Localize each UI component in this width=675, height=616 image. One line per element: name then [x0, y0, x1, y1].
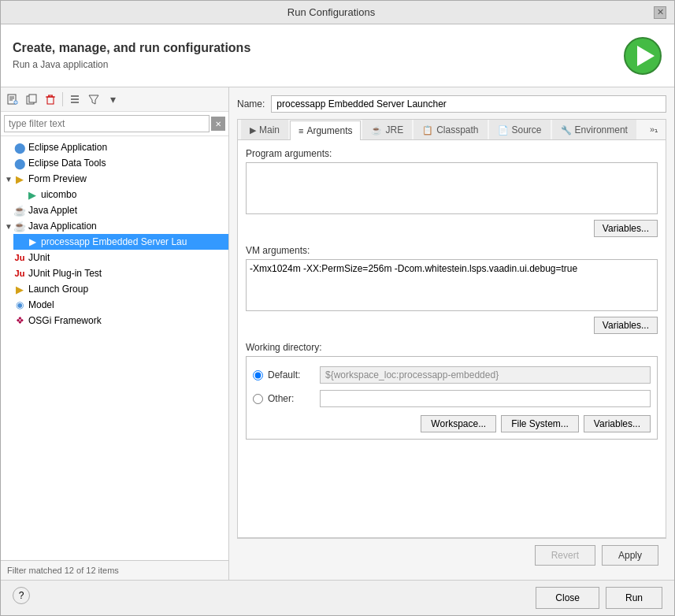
sidebar-item-eclipse-data[interactable]: ⬤ Eclipse Data Tools — [1, 155, 228, 171]
default-radio-label: Default: — [268, 369, 315, 380]
sidebar-item-osgi[interactable]: ❖ OSGi Framework — [1, 313, 228, 328]
sidebar-item-junit[interactable]: Ju JUnit — [1, 250, 228, 265]
close-icon[interactable]: ✕ — [654, 6, 666, 19]
sidebar-item-model[interactable]: ◉ Model — [1, 297, 228, 313]
sidebar: ▾ ✕ ⬤ Eclipse Application ⬤ Eclipse Data… — [1, 87, 229, 580]
arguments-tab-icon: ≡ — [299, 126, 303, 135]
sidebar-item-label: processapp Embedded Server Lau — [41, 236, 187, 247]
search-input[interactable] — [4, 115, 210, 132]
toolbar-separator — [62, 92, 63, 106]
name-input[interactable] — [271, 95, 666, 113]
no-expand-icon — [4, 300, 13, 310]
other-dir-input[interactable] — [320, 390, 651, 407]
sidebar-item-java-app[interactable]: ▼ ☕ Java Application — [1, 218, 228, 234]
sidebar-item-label: Form Preview — [28, 173, 87, 184]
tab-arguments[interactable]: ≡ Arguments — [290, 121, 361, 140]
vm-args-variables-button[interactable]: Variables... — [594, 317, 658, 334]
jre-tab-icon: ☕ — [371, 125, 382, 135]
help-button[interactable]: ? — [13, 587, 30, 604]
other-radio[interactable] — [253, 394, 263, 404]
revert-button[interactable]: Revert — [535, 545, 595, 566]
name-label: Name: — [237, 98, 265, 109]
no-expand-icon — [17, 190, 26, 199]
tab-jre-label: JRE — [385, 124, 403, 135]
filesystem-button[interactable]: File System... — [501, 415, 579, 432]
sidebar-item-label: Java Application — [28, 221, 97, 232]
dropdown-button[interactable]: ▾ — [104, 91, 121, 108]
apply-button[interactable]: Apply — [602, 545, 658, 566]
more-tabs-button[interactable]: »₁ — [645, 122, 662, 137]
working-dir-label: Working directory: — [246, 342, 658, 353]
sidebar-item-label: JUnit — [28, 252, 50, 263]
header-text-block: Create, manage, and run configurations R… — [13, 41, 250, 70]
run-button[interactable]: Run — [606, 587, 662, 609]
eclipse-icon: ⬤ — [13, 157, 26, 169]
sidebar-item-label: JUnit Plug-in Test — [28, 268, 102, 279]
filter-button[interactable] — [85, 91, 102, 108]
sidebar-item-label: Launch Group — [28, 284, 88, 295]
tab-content-arguments: Program arguments: Variables... VM argum… — [238, 140, 666, 537]
header-subtitle: Run a Java application — [13, 59, 250, 70]
tab-classpath[interactable]: 📋 Classpath — [414, 120, 487, 139]
workspace-button[interactable]: Workspace... — [421, 415, 496, 432]
no-expand-icon — [4, 316, 13, 325]
clear-search-button[interactable]: ✕ — [211, 117, 225, 131]
no-expand-icon — [4, 206, 13, 215]
tab-jre[interactable]: ☕ JRE — [362, 120, 412, 139]
launch-group-icon: ▶ — [13, 283, 26, 295]
no-expand-icon — [4, 253, 13, 262]
program-args-textarea[interactable] — [246, 162, 658, 214]
svg-rect-11 — [47, 97, 54, 104]
sidebar-item-uicombo[interactable]: ▶ uicombo — [13, 187, 228, 202]
vm-args-section: VM arguments: -Xmx1024m -XX:PermSize=256… — [246, 245, 658, 334]
no-expand-icon — [4, 269, 13, 278]
tab-source[interactable]: 📄 Source — [489, 120, 551, 139]
program-args-variables-button[interactable]: Variables... — [594, 220, 658, 237]
sidebar-item-java-applet[interactable]: ☕ Java Applet — [1, 202, 228, 218]
main-tab-icon: ▶ — [250, 125, 256, 135]
tab-environment-label: Environment — [575, 124, 628, 135]
tab-bar: ▶ Main ≡ Arguments ☕ JRE 📋 Classpath — [238, 120, 666, 140]
dir-variables-button[interactable]: Variables... — [584, 415, 651, 432]
sidebar-item-processapp[interactable]: ▶ processapp Embedded Server Lau — [13, 234, 228, 250]
default-dir-input — [320, 366, 651, 384]
sidebar-item-junit-plugin[interactable]: Ju JUnit Plug-in Test — [1, 265, 228, 281]
tree: ⬤ Eclipse Application ⬤ Eclipse Data Too… — [1, 136, 228, 560]
tab-main[interactable]: ▶ Main — [241, 120, 288, 139]
run-icon[interactable] — [623, 36, 662, 76]
expand-icon: ▼ — [4, 174, 13, 184]
name-row: Name: — [237, 95, 666, 113]
expand-icon: ▼ — [4, 221, 13, 231]
close-button[interactable]: Close — [536, 587, 599, 609]
no-expand-icon — [4, 143, 13, 152]
sidebar-footer: Filter matched 12 of 12 items — [1, 560, 228, 580]
default-radio-row: Default: — [253, 363, 651, 387]
header: Create, manage, and run configurations R… — [1, 24, 674, 87]
vm-args-textarea[interactable]: -Xmx1024m -XX:PermSize=256m -Dcom.whites… — [246, 259, 658, 311]
junit-icon: Ju — [13, 251, 26, 264]
collapse-all-button[interactable] — [66, 91, 83, 108]
working-dir-section: Working directory: Default: Other: — [246, 342, 658, 440]
default-radio[interactable] — [253, 370, 263, 380]
new-config-button[interactable] — [4, 91, 21, 108]
program-args-section: Program arguments: Variables... — [246, 148, 658, 237]
other-radio-row: Other: — [253, 387, 651, 410]
sidebar-item-form-preview[interactable]: ▼ ▶ Form Preview — [1, 171, 228, 187]
tab-environment[interactable]: 🔧 Environment — [552, 120, 636, 139]
tab-arguments-label: Arguments — [306, 125, 352, 136]
source-tab-icon: 📄 — [498, 125, 509, 135]
environment-tab-icon: 🔧 — [561, 125, 572, 135]
sidebar-item-label: OSGi Framework — [28, 315, 102, 326]
sidebar-item-eclipse-app[interactable]: ⬤ Eclipse Application — [1, 139, 228, 155]
sidebar-item-launch-group[interactable]: ▶ Launch Group — [1, 281, 228, 297]
duplicate-config-button[interactable] — [23, 91, 40, 108]
other-radio-label: Other: — [268, 393, 315, 404]
delete-config-button[interactable] — [42, 91, 59, 108]
dialog-title: Run Configurations — [9, 6, 654, 18]
title-bar: Run Configurations ✕ — [1, 1, 674, 24]
sidebar-item-label: Eclipse Application — [28, 142, 107, 153]
no-expand-icon — [4, 158, 13, 168]
tab-main-label: Main — [259, 124, 280, 135]
tabs-container: ▶ Main ≡ Arguments ☕ JRE 📋 Classpath — [237, 119, 666, 538]
run-config-icon: ▶ — [26, 236, 39, 248]
